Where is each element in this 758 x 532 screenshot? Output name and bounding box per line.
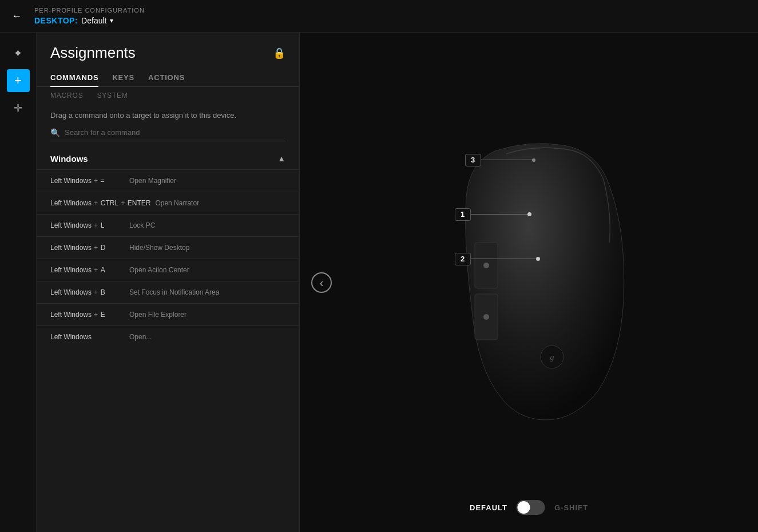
label-2-container: 2	[455, 253, 540, 265]
tabs-row2: MACROS SYSTEM	[37, 88, 299, 105]
lock-icon[interactable]: 🔒	[273, 47, 285, 59]
config-label: PER-PROFILE CONFIGURATION	[34, 7, 145, 14]
label-3-container: 3	[465, 154, 535, 166]
command-action: Open File Explorer	[129, 309, 186, 320]
add-button[interactable]: +	[7, 69, 30, 92]
mode-toggle[interactable]	[517, 500, 545, 515]
mouse-container: g 3 1 2	[380, 122, 655, 443]
command-action: Lock PC	[129, 220, 155, 231]
list-item[interactable]: Left Windows + = Open Magnifier	[37, 169, 299, 192]
profile-name: Default	[81, 16, 106, 25]
command-action: Open Narrator	[155, 198, 199, 208]
top-bar: ← PER-PROFILE CONFIGURATION DESKTOP: Def…	[0, 0, 758, 33]
command-keys: Left Windows + E	[50, 309, 125, 320]
list-item[interactable]: Left Windows + L Lock PC	[37, 214, 299, 236]
content-area: ‹	[300, 33, 758, 532]
list-item[interactable]: Left Windows + B Set Focus in Notificati…	[37, 281, 299, 303]
list-item[interactable]: Left Windows + E Open File Explorer	[37, 303, 299, 325]
search-icon: 🔍	[50, 128, 60, 137]
command-action: Hide/Show Desktop	[129, 243, 189, 253]
panel-title: Assignments	[50, 44, 136, 62]
label-3[interactable]: 3	[465, 154, 481, 166]
tab-system[interactable]: SYSTEM	[97, 92, 128, 100]
list-item[interactable]: Left Windows + A Open Action Center	[37, 259, 299, 281]
command-keys: Left Windows + B	[50, 287, 125, 297]
tabs-row1: COMMANDS KEYS ACTIONS	[37, 69, 299, 87]
profile-selector[interactable]: DESKTOP: Default ▾	[34, 16, 145, 25]
search-bar: 🔍	[50, 128, 285, 141]
back-button[interactable]: ←	[11, 10, 22, 22]
left-arrow-icon: ‹	[320, 277, 324, 288]
tab-commands[interactable]: COMMANDS	[50, 69, 98, 86]
profile-dropdown-arrow[interactable]: ▾	[110, 17, 113, 25]
command-keys: Left Windows + CTRL + ENTER	[50, 198, 150, 208]
command-keys: Left Windows + L	[50, 220, 125, 231]
command-keys: Left Windows + D	[50, 243, 125, 253]
label-1[interactable]: 1	[455, 208, 471, 221]
main-layout: ✦ + ✛ Assignments 🔒 COMMANDS KEYS ACTION…	[0, 33, 758, 532]
drag-hint: Drag a command onto a target to assign i…	[37, 105, 299, 128]
svg-text:g: g	[550, 353, 554, 362]
label-1-container: 1	[455, 208, 531, 221]
list-item[interactable]: Left Windows + CTRL + ENTER Open Narrato…	[37, 192, 299, 214]
tab-keys[interactable]: KEYS	[112, 69, 134, 86]
command-action: Open Action Center	[129, 265, 189, 275]
dpad-button[interactable]: ✛	[7, 97, 30, 120]
label-2[interactable]: 2	[455, 253, 471, 265]
nav-left-button[interactable]: ‹	[311, 272, 332, 293]
tab-macros[interactable]: MACROS	[50, 92, 83, 100]
toggle-knob	[518, 501, 530, 514]
brightness-button[interactable]: ✦	[7, 42, 30, 65]
mouse-svg: g	[461, 140, 644, 426]
list-item[interactable]: Left Windows Open...	[37, 325, 299, 348]
command-action: Open Magnifier	[129, 176, 176, 186]
gshift-label: G-SHIFT	[554, 503, 588, 512]
bottom-bar: DEFAULT G-SHIFT	[470, 500, 588, 515]
default-label: DEFAULT	[470, 503, 507, 512]
panel-header: Assignments 🔒	[37, 33, 299, 69]
command-action: Open...	[129, 332, 152, 342]
svg-point-3	[483, 314, 489, 320]
command-action: Set Focus in Notification Area	[129, 287, 219, 297]
icon-bar: ✦ + ✛	[0, 33, 37, 532]
search-input[interactable]	[65, 128, 285, 137]
section-chevron: ▲	[277, 154, 285, 163]
profile-prefix: DESKTOP:	[34, 16, 78, 25]
windows-section-header[interactable]: Windows ▲	[37, 148, 299, 169]
command-list: Windows ▲ Left Windows + = Open Magnifie…	[37, 148, 299, 533]
side-panel: Assignments 🔒 COMMANDS KEYS ACTIONS MACR…	[37, 33, 300, 532]
tab-actions[interactable]: ACTIONS	[148, 69, 185, 86]
section-title: Windows	[50, 154, 88, 164]
list-item[interactable]: Left Windows + D Hide/Show Desktop	[37, 236, 299, 259]
command-keys: Left Windows	[50, 332, 125, 342]
command-keys: Left Windows + A	[50, 265, 125, 275]
command-keys: Left Windows + =	[50, 176, 125, 186]
